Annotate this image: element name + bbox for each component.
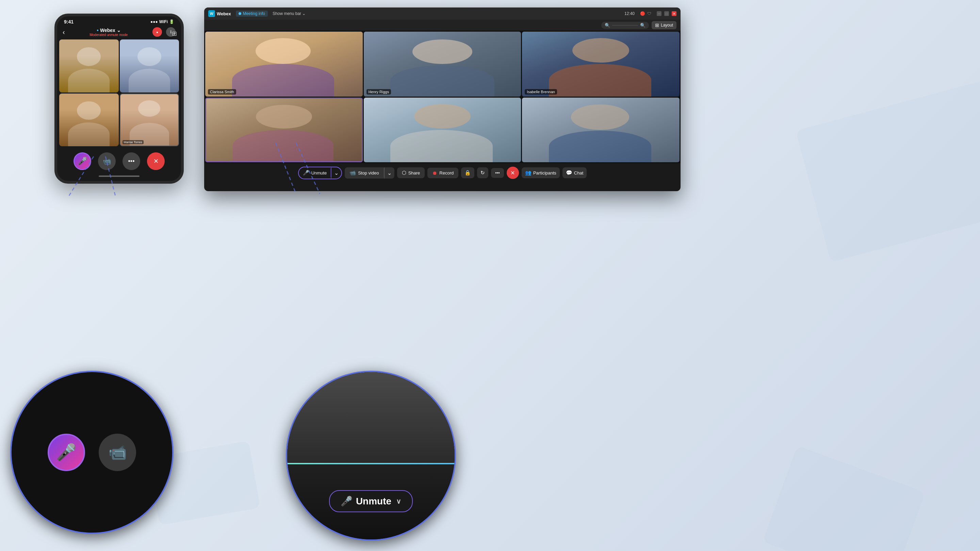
info-icon: ℹ (170, 30, 172, 34)
show-menu-bar-label: Show menu bar (272, 11, 301, 16)
end-call-button[interactable]: ✕ (507, 167, 519, 179)
phone-body: 9:41 ●●● WiFi 🔋 ‹ ● Webex ⌄ Moderated un… (54, 14, 184, 184)
meeting-info-dot (239, 12, 241, 15)
magnify-right-content: 🎤 Unmute ∨ (287, 372, 455, 540)
record-icon: ● (156, 30, 158, 34)
video-cell-2: Henry Riggs (364, 32, 521, 97)
window-controls: ─ □ ✕ (657, 11, 676, 16)
webex-app-name: Webex (217, 11, 231, 16)
desktop-titlebar: W Webex Meeting info Show menu bar ⌄ 12:… (204, 8, 681, 20)
video-cell-label-2: Henry Riggs (366, 89, 391, 95)
unmute-label: Unmute (311, 170, 327, 176)
show-menu-bar[interactable]: Show menu bar ⌄ (272, 11, 305, 16)
refresh-icon: ↻ (480, 170, 485, 176)
mobile-phone: 9:41 ●●● WiFi 🔋 ‹ ● Webex ⌄ Moderated un… (54, 14, 191, 191)
phone-video-cell-3 (59, 94, 119, 147)
participants-icon: 👥 (525, 170, 531, 176)
video-cell-3: Isabelle Brennan (522, 32, 679, 97)
phone-end-button[interactable]: ✕ (147, 152, 165, 170)
unmute-button[interactable]: 🎤 Unmute (299, 168, 331, 178)
battery-icon: 🔋 (169, 19, 174, 24)
desktop-app: W Webex Meeting info Show menu bar ⌄ 12:… (204, 8, 681, 191)
minimize-button[interactable]: ─ (657, 11, 662, 16)
share-icon: ⬡ (402, 170, 406, 176)
video-highlight-bar (287, 463, 455, 464)
phone-subtitle: Moderated unmute mode (89, 33, 127, 37)
video-camera-icon: 📹 (103, 157, 111, 165)
phone-cell-label-4: Marise Torres (123, 140, 143, 144)
signal-icon: ●●● (150, 19, 158, 24)
magnified-mute-icon: 🎤 (340, 495, 353, 507)
microphone-off-icon: 🎤 (303, 170, 309, 176)
stop-video-label: Stop video (358, 170, 379, 176)
magnified-video-area (287, 372, 455, 464)
search-icon: 🔍 (605, 23, 610, 28)
maximize-icon: □ (666, 12, 668, 16)
lock-button[interactable]: 🔒 (461, 167, 474, 178)
magnified-video-button: 📹 (99, 433, 136, 471)
chevron-down-icon: ⌄ (117, 27, 121, 33)
magnified-unmute-button: 🎤 Unmute ∨ (329, 490, 413, 512)
phone-header: ‹ ● Webex ⌄ Moderated unmute mode ● ℹ (57, 26, 181, 40)
grid-layout-icon[interactable]: ⊞ (172, 30, 177, 37)
unmute-button-group[interactable]: 🎤 Unmute ⌄ (298, 167, 342, 179)
magnified-mute-icon: 🎤 (56, 443, 76, 462)
back-button[interactable]: ‹ (63, 28, 65, 36)
phone-video-grid: Marise Torres (57, 40, 181, 148)
video-cell-4 (205, 98, 363, 163)
grid-icon: ⊞ (655, 22, 659, 28)
record-button[interactable]: ⏺ Record (427, 168, 458, 178)
participants-label: Participants (533, 170, 556, 176)
meeting-info-label: Meeting info (243, 11, 265, 16)
video-cell-1: Clarissa Smith (205, 32, 363, 97)
video-cell-5 (364, 98, 521, 163)
magnified-video-icon: 📹 (108, 443, 127, 461)
layout-label: Layout (661, 23, 673, 27)
stop-video-button-group[interactable]: 📹 Stop video ⌄ (345, 167, 394, 179)
meeting-info-tab[interactable]: Meeting info (236, 11, 268, 17)
phone-more-button[interactable]: ••• (123, 152, 140, 170)
titlebar-indicators: 🔴 🛡 (640, 11, 651, 16)
phone-time: 9:41 (64, 19, 73, 24)
magnified-unmute-label: Unmute (356, 496, 391, 507)
chat-button[interactable]: 💬 Chat (563, 167, 587, 178)
minimize-icon: ─ (658, 12, 660, 16)
end-call-icon: ✕ (153, 157, 159, 165)
search-divider (612, 25, 638, 25)
record-label: Record (439, 170, 453, 176)
phone-title-area: ● Webex ⌄ Moderated unmute mode (89, 27, 127, 37)
phone-home-bar (99, 176, 140, 177)
wifi-icon: WiFi (159, 19, 168, 24)
record-indicator: ● (153, 27, 162, 37)
more-button[interactable]: ••• (491, 168, 504, 178)
layout-button[interactable]: ⊞ Layout (652, 21, 676, 29)
phone-video-button[interactable]: 📹 (98, 152, 116, 170)
mute-icon: 🎤 (78, 157, 87, 166)
close-button[interactable]: ✕ (672, 11, 676, 16)
desktop-clock: 12:40 (624, 11, 635, 16)
chat-icon: 💬 (566, 170, 572, 176)
shield-icon: 🛡 (647, 11, 651, 16)
close-icon: ✕ (673, 12, 675, 16)
share-button[interactable]: ⬡ Share (397, 167, 425, 178)
video-cell-label-1: Clarissa Smith (208, 89, 236, 95)
chevron-down-icon: ⌄ (302, 11, 305, 16)
phone-mute-button[interactable]: 🎤 (73, 152, 91, 170)
phone-status-bar: 9:41 ●●● WiFi 🔋 (57, 16, 181, 26)
phone-video-cell-1 (59, 40, 119, 92)
refresh-button[interactable]: ↻ (477, 167, 488, 178)
webex-logo: W Webex (208, 10, 231, 17)
magnified-mute-button: 🎤 (48, 433, 85, 471)
unmute-chevron[interactable]: ⌄ (331, 167, 341, 179)
titlebar-right: 12:40 🔴 🛡 ─ □ ✕ (624, 11, 676, 16)
video-cell-6 (522, 98, 679, 163)
search-end-icon: 🔍 (640, 23, 646, 28)
participants-button[interactable]: 👥 Participants (522, 167, 560, 178)
video-icon: 📹 (350, 170, 356, 176)
titlebar-left: W Webex Meeting info Show menu bar ⌄ (208, 10, 305, 17)
video-chevron[interactable]: ⌄ (384, 167, 395, 179)
maximize-button[interactable]: □ (664, 11, 669, 16)
stop-video-button[interactable]: 📹 Stop video (345, 167, 383, 178)
webex-dot-icon: ● (97, 28, 99, 32)
search-bar[interactable]: 🔍 🔍 (601, 22, 649, 29)
